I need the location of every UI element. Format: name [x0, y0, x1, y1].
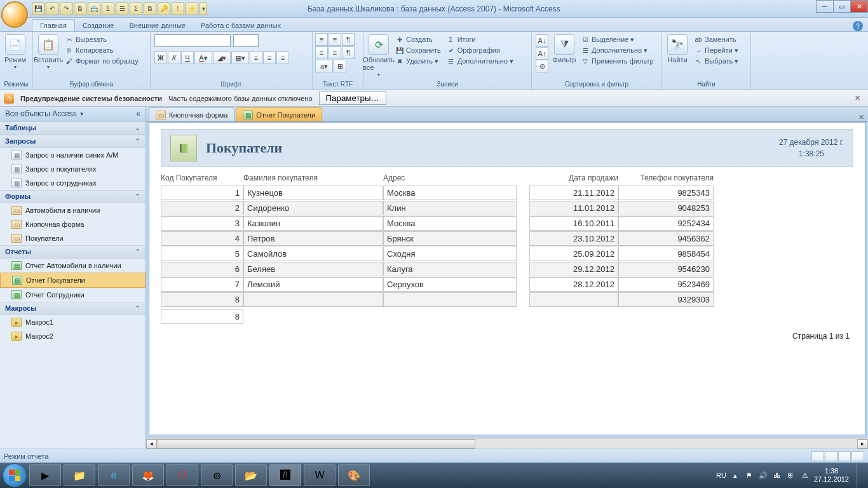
underline-button[interactable]: Ч	[181, 51, 194, 64]
sort-asc-button[interactable]: A↓	[536, 34, 548, 47]
qat-dropdown-icon[interactable]: ▾	[200, 3, 207, 15]
indent-inc-button[interactable]: ≡	[329, 33, 341, 46]
select-button[interactable]: ↖Выбрать ▾	[692, 56, 740, 66]
table-row[interactable]: 1КузнецовМосква21.11.20129825343	[161, 186, 853, 200]
table-row[interactable]: 5СамойловСходня25.09.20129858454	[161, 247, 853, 261]
new-record-button[interactable]: ✚Создать	[393, 34, 443, 44]
taskbar-paint[interactable]: 🎨	[338, 464, 370, 486]
indent-dec-button[interactable]: ≡	[315, 33, 328, 46]
toggle-filter-button[interactable]: ▽Применить фильтр	[579, 56, 656, 66]
taskbar-explorer[interactable]: 📂	[235, 464, 267, 486]
maximize-button[interactable]: ▭	[833, 0, 851, 13]
nav-item-form[interactable]: ▭Покупатели	[0, 231, 146, 245]
delete-record-button[interactable]: ✖Удалить ▾	[393, 56, 443, 66]
table-row[interactable]: 2СидоренкоКлин11.01.20129048253	[161, 201, 853, 215]
rtl-button[interactable]: ¶	[342, 46, 355, 59]
taskbar-firefox[interactable]: 🦊	[132, 464, 164, 486]
filter-button[interactable]: ⧩Фильтр	[552, 33, 577, 65]
taskbar-clock[interactable]: 1:38 27.12.2012	[814, 467, 849, 484]
font-color-button[interactable]: А▾	[194, 51, 212, 64]
gridlines-button[interactable]: ▦▾	[231, 51, 249, 64]
save-record-button[interactable]: 💾Сохранить	[393, 45, 443, 55]
sort-desc-button[interactable]: A↑	[536, 47, 548, 60]
tray-action-icon[interactable]: ⚠	[800, 470, 810, 480]
qat-btn[interactable]: ☰	[116, 3, 128, 15]
list-button[interactable]: ≡	[315, 46, 328, 59]
tray-flag-icon[interactable]: ⚑	[744, 470, 754, 480]
copy-button[interactable]: ⎘Копировать	[63, 45, 140, 55]
nav-item-query[interactable]: ▦Запрос о наличии синих А/М	[0, 148, 146, 162]
font-size-combo[interactable]	[233, 34, 259, 47]
nav-item-report[interactable]: ▤Отчет Покупатели	[0, 273, 146, 288]
totals-button[interactable]: ΣИтоги	[445, 34, 515, 44]
taskbar-app[interactable]: 📁	[64, 464, 95, 486]
highlight-button[interactable]: a▾	[315, 60, 333, 72]
qat-btn[interactable]: 🗎	[144, 3, 156, 15]
table-row[interactable]: 7ЛемскийСерпухов28.12.20129523469	[161, 277, 853, 292]
tray-chevron-icon[interactable]: ▴	[730, 470, 740, 480]
find-button[interactable]: 🔭Найти	[665, 33, 690, 65]
collapse-nav-icon[interactable]: «	[136, 109, 140, 118]
fill-color-button[interactable]: ◢▾	[213, 51, 231, 64]
lang-indicator[interactable]: RU	[716, 471, 726, 479]
table-row[interactable]: 6БеляевКалуга29.12.20129546230	[161, 262, 853, 276]
tab-create[interactable]: Создание	[75, 20, 122, 31]
taskbar-app[interactable]: ▶	[29, 464, 61, 486]
horizontal-scrollbar[interactable]: ◂ ▸	[146, 438, 868, 449]
tray-network-icon[interactable]: 🖧	[772, 470, 782, 480]
table-row[interactable]: 89329303	[161, 292, 853, 307]
tab-home[interactable]: Главная	[32, 19, 75, 31]
qat-run-icon[interactable]: ⚡	[186, 3, 198, 15]
show-desktop-button[interactable]	[857, 463, 863, 487]
qat-sigma-icon[interactable]: Σ	[130, 3, 142, 15]
cut-button[interactable]: ✂Вырезать	[63, 34, 140, 44]
scroll-thumb[interactable]	[158, 439, 475, 449]
close-button[interactable]: ✕	[850, 0, 868, 13]
taskbar-chrome[interactable]: ⊚	[201, 464, 233, 486]
align-center-button[interactable]: ≡	[263, 51, 276, 64]
clear-fmt-button[interactable]: ⊞	[334, 60, 346, 72]
more-records-button[interactable]: ☰Дополнительно ▾	[445, 56, 515, 66]
view-report-button[interactable]	[811, 451, 824, 461]
taskbar-access[interactable]: 🅰	[269, 464, 301, 486]
nav-item-report[interactable]: ▤Отчет Автомобили в наличии	[0, 259, 146, 273]
security-options-button[interactable]: Параметры…	[319, 92, 386, 105]
taskbar-ie[interactable]: e	[98, 464, 130, 486]
qat-btn[interactable]: !	[172, 3, 184, 15]
ltr-button[interactable]: ¶	[342, 33, 355, 46]
replace-button[interactable]: abЗаменить	[692, 34, 740, 44]
view-print-button[interactable]	[825, 451, 837, 461]
refresh-all-button[interactable]: ⟳Обновить все▼	[366, 33, 391, 78]
close-tab-button[interactable]: ✕	[858, 113, 864, 121]
taskbar-word[interactable]: W	[304, 464, 336, 486]
qat-undo-icon[interactable]: ↶	[46, 3, 58, 15]
nav-item-query[interactable]: ▦Запрос о сотрудниках	[0, 176, 146, 190]
nav-item-form[interactable]: ▭Кнопочная форма	[0, 217, 146, 231]
nav-item-macro[interactable]: ▸Макрос2	[0, 329, 146, 343]
bold-button[interactable]: Ж	[154, 51, 167, 64]
tab-external[interactable]: Внешние данные	[122, 20, 193, 31]
spelling-button[interactable]: ✔Орфография	[445, 45, 515, 55]
align-right-button[interactable]: ≡	[276, 51, 289, 64]
nav-header[interactable]: Все объекты Access▼«	[0, 107, 146, 121]
start-button[interactable]	[3, 463, 27, 487]
qat-save-icon[interactable]: 💾	[32, 3, 44, 15]
align-left-button[interactable]: ≡	[250, 51, 262, 64]
scroll-left-icon[interactable]: ◂	[146, 439, 157, 449]
taskbar-opera[interactable]: O	[166, 464, 198, 486]
qat-btn[interactable]: 🔑	[158, 3, 170, 15]
help-icon[interactable]: ?	[853, 21, 863, 31]
tray-shield-icon[interactable]: ⛨	[786, 470, 796, 480]
qat-sigma-icon[interactable]: Σ	[102, 3, 114, 15]
scroll-right-icon[interactable]: ▸	[857, 439, 868, 449]
tab-dbtools[interactable]: Работа с базами данных	[193, 20, 288, 31]
format-painter-button[interactable]: 🖌Формат по образцу	[63, 56, 140, 66]
minimize-button[interactable]: ─	[816, 0, 834, 13]
doc-tab-report[interactable]: ▤Отчет Покупатели	[236, 107, 322, 121]
selection-filter-button[interactable]: ☑Выделение ▾	[579, 34, 656, 44]
qat-redo-icon[interactable]: ↷	[60, 3, 72, 15]
font-combo[interactable]	[154, 34, 231, 47]
qat-btn[interactable]: 🗎	[74, 3, 86, 15]
nav-item-form[interactable]: ▭Автомобили в наличии	[0, 203, 146, 217]
table-row[interactable]: 4ПетровБрянск23.10.20129456362	[161, 231, 853, 246]
